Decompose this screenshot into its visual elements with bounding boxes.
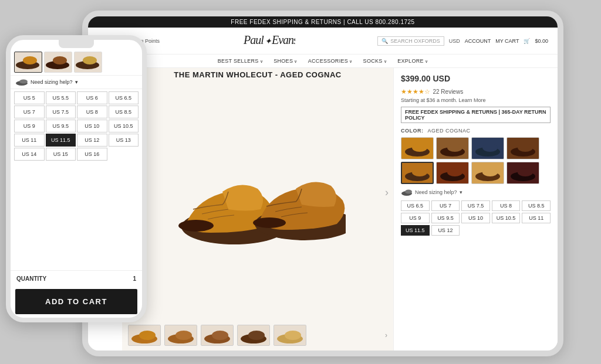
phone-quantity: QUANTITY 1 (11, 270, 142, 287)
strip-thumb-2[interactable] (164, 325, 197, 346)
phone-size-US-15[interactable]: US 15 (46, 148, 76, 161)
tablet-size-US-8[interactable]: US 8 (492, 200, 521, 211)
svg-point-32 (447, 144, 462, 152)
color-swatch-1[interactable] (401, 137, 434, 159)
header-right: 🔍 SEARCH OXFORDS USD ACCOUNT MY CART 🛒 $… (377, 36, 548, 46)
tablet-size-US-6.5[interactable]: US 6.5 (401, 200, 430, 211)
phone-size-US-5.5[interactable]: US 5.5 (46, 91, 76, 104)
color-swatch-3[interactable] (471, 137, 504, 159)
svg-point-16 (178, 220, 214, 232)
svg-point-50 (53, 56, 67, 64)
main-shoe-svg (170, 133, 346, 250)
top-banner: FREE FEDEX SHIPPING & RETURNS | CALL US … (88, 16, 558, 28)
phone-sizing-help[interactable]: Need sizing help? ▾ (11, 76, 142, 89)
phone-size-US-8[interactable]: US 8 (77, 106, 107, 118)
shipping-badge: FREE FEDEX SHIPPING & RETURNS | 365-DAY … (401, 107, 551, 123)
product-panel: $399.00 USD ★★★★☆ 22 Reviews Starting at… (393, 68, 558, 351)
svg-point-26 (248, 331, 265, 340)
nav-socks[interactable]: SOCKS (363, 58, 387, 64)
svg-point-22 (175, 331, 192, 340)
phone-thumb-2[interactable] (44, 52, 72, 73)
color-swatch-6[interactable] (436, 162, 469, 184)
tablet-size-US-12[interactable]: US 12 (431, 225, 460, 236)
tablet-size-US-10.5[interactable]: US 10.5 (492, 213, 521, 223)
color-label: COLOR: AGED COGNAC (401, 128, 551, 134)
review-count[interactable]: 22 Reviews (433, 89, 463, 95)
quantity-value: 1 (133, 275, 136, 282)
phone-size-US-5[interactable]: US 5 (14, 91, 45, 104)
phone-size-US-11[interactable]: US 11 (14, 134, 45, 147)
phone-device: Need sizing help? ▾ US 5US 5.5US 6US 6.5… (6, 35, 147, 322)
phone-size-US-6.5[interactable]: US 6.5 (109, 91, 139, 104)
phone-size-US-11.5[interactable]: US 11.5 (46, 134, 76, 147)
site-logo: Paul ✦ Evans (242, 31, 295, 50)
tablet-size-US-10[interactable]: US 10 (461, 213, 490, 223)
svg-point-28 (285, 331, 301, 340)
nav-explore[interactable]: EXPLORE (397, 58, 428, 64)
svg-point-36 (518, 144, 533, 152)
tablet-size-US-9[interactable]: US 9 (401, 213, 430, 223)
phone-size-US-13[interactable]: US 13 (109, 134, 139, 147)
search-box[interactable]: 🔍 SEARCH OXFORDS (377, 36, 444, 46)
phone-thumbnails (11, 49, 142, 76)
tablet-device: FREE FEDEX SHIPPING & RETURNS | CALL US … (82, 11, 563, 356)
phone-thumb-1[interactable] (14, 52, 42, 73)
size-grid-tablet: US 6.5US 7US 7.5US 8US 8.5US 9US 9.5US 1… (401, 200, 551, 236)
quantity-label: QUANTITY (16, 275, 46, 282)
tablet-size-US-7[interactable]: US 7 (431, 200, 460, 211)
phone-size-grid: US 5US 5.5US 6US 6.5US 7US 7.5US 8US 8.5… (11, 89, 142, 163)
color-swatch-8[interactable] (507, 162, 539, 184)
color-swatch-4[interactable] (507, 137, 539, 159)
next-arrow[interactable]: › (385, 186, 389, 199)
tablet-size-US-11.5[interactable]: US 11.5 (401, 225, 430, 236)
svg-point-20 (139, 331, 156, 340)
content-area: THE MARTIN WHOLECUT - AGED COGNAC (88, 68, 558, 351)
tablet-size-US-9.5[interactable]: US 9.5 (431, 213, 460, 223)
phone-size-US-14[interactable]: US 14 (14, 148, 45, 161)
nav-best-sellers[interactable]: BEST SELLERS (218, 58, 264, 64)
phone-notch (59, 40, 94, 48)
product-title-overlay: THE MARTIN WHOLECUT - AGED COGNAC (122, 70, 393, 79)
thumbnail-strip: › (122, 325, 393, 346)
phone-size-US-6[interactable]: US 6 (77, 91, 107, 104)
tablet-size-US-7.5[interactable]: US 7.5 (461, 200, 490, 211)
installment-text[interactable]: Starting at $36 a month. Learn More (401, 97, 551, 103)
phone-size-US-10[interactable]: US 10 (77, 120, 107, 132)
product-stars: ★★★★☆ (401, 88, 430, 95)
svg-point-46 (405, 190, 412, 194)
phone-size-US-7[interactable]: US 7 (14, 106, 45, 118)
strip-thumb-4[interactable] (237, 325, 270, 346)
site-nav: BEST SELLERS SHOES ACCESSORIES SOCKS EXP… (88, 55, 558, 68)
strip-thumb-1[interactable] (128, 325, 161, 346)
phone-size-US-9[interactable]: US 9 (14, 120, 45, 132)
phone-size-US-8.5[interactable]: US 8.5 (109, 106, 139, 118)
svg-text:Evans: Evans (271, 33, 295, 46)
svg-point-40 (447, 168, 462, 176)
color-swatches (401, 137, 551, 184)
color-swatch-5[interactable] (401, 162, 434, 184)
phone-thumb-3[interactable] (74, 52, 102, 73)
site-header: Refer Friends, Earn Points Paul ✦ Evans … (88, 28, 558, 55)
phone-size-US-10.5[interactable]: US 10.5 (109, 120, 139, 132)
phone-size-US-9.5[interactable]: US 9.5 (46, 120, 76, 132)
svg-point-52 (83, 56, 97, 64)
color-swatch-2[interactable] (436, 137, 469, 159)
strip-next-arrow[interactable]: › (385, 331, 387, 339)
tablet-size-US-11[interactable]: US 11 (522, 213, 551, 223)
color-swatch-7[interactable] (471, 162, 504, 184)
nav-accessories[interactable]: ACCESSORIES (308, 58, 353, 64)
svg-point-54 (19, 80, 28, 84)
svg-point-42 (482, 168, 498, 176)
svg-point-38 (412, 168, 427, 176)
nav-shoes[interactable]: SHOES (274, 58, 298, 64)
svg-point-30 (412, 144, 427, 152)
add-to-cart-button[interactable]: ADD TO CART (15, 289, 137, 314)
phone-inner: Need sizing help? ▾ US 5US 5.5US 6US 6.5… (11, 49, 142, 318)
strip-thumb-5[interactable] (274, 325, 306, 346)
strip-thumb-3[interactable] (201, 325, 234, 346)
phone-size-US-7.5[interactable]: US 7.5 (46, 106, 76, 118)
sizing-help-tablet[interactable]: Need sizing help? ▾ (401, 189, 551, 196)
tablet-size-US-8.5[interactable]: US 8.5 (522, 200, 551, 211)
phone-size-US-12[interactable]: US 12 (77, 134, 107, 147)
phone-size-US-16[interactable]: US 16 (77, 148, 107, 161)
